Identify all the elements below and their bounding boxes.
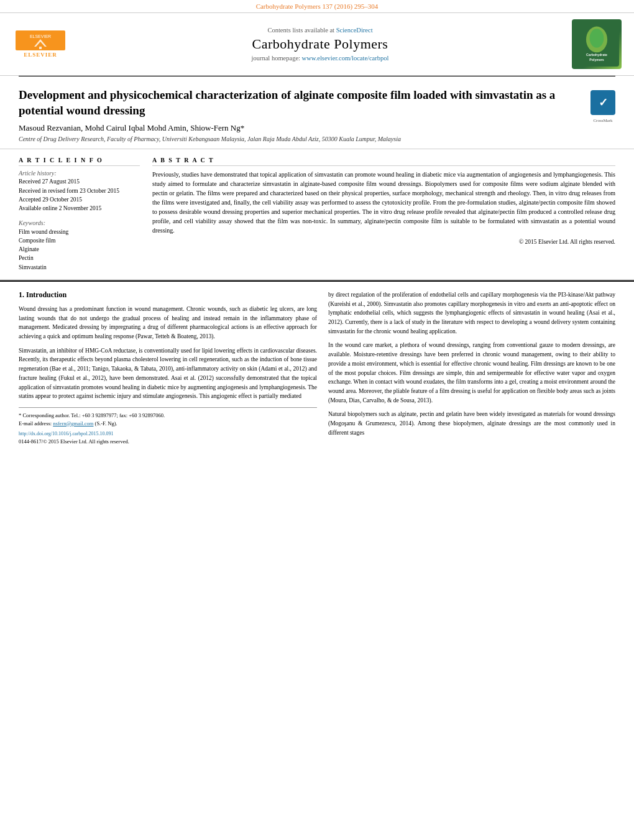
svg-text:Carbohydrate: Carbohydrate xyxy=(586,53,607,57)
abstract-title: A B S T R A C T xyxy=(152,157,615,166)
abstract-text: Previously, studies have demonstrated th… xyxy=(152,170,615,235)
svg-text:Polymers: Polymers xyxy=(589,58,604,62)
keyword-4: Pectin xyxy=(19,254,140,262)
section-number: 1. xyxy=(19,290,24,299)
contents-line: Contents lists available at ScienceDirec… xyxy=(75,27,566,34)
journal-header: ELSEVIER ELSEVIER Contents lists availab… xyxy=(0,13,634,76)
svg-rect-4 xyxy=(39,47,42,49)
keywords-section: Keywords: Film wound dressing Composite … xyxy=(19,219,140,272)
left-column: 1. Introduction Wound dressing has a pre… xyxy=(19,290,317,445)
elsevier-text: ELSEVIER xyxy=(24,52,57,58)
article-authors: Masoud Rezvanian, Mohd Cairul Iqbal Mohd… xyxy=(19,123,615,133)
homepage-link[interactable]: www.elsevier.com/locate/carbpol xyxy=(302,55,389,62)
doi-line[interactable]: http://dx.doi.org/10.1016/j.carbpol.2015… xyxy=(19,430,317,438)
article-header: Development and physicochemical characte… xyxy=(0,76,634,149)
right-paragraph-2: In the wound care market, a plethora of … xyxy=(328,341,615,405)
crossmark-icon[interactable]: ✓ CrossMark xyxy=(590,90,615,115)
keyword-1: Film wound dressing xyxy=(19,228,140,236)
abstract-section: A B S T R A C T Previously, studies have… xyxy=(152,157,615,271)
intro-paragraph-1: Wound dressing has a predominant functio… xyxy=(19,305,317,341)
journal-homepage: journal homepage: www.elsevier.com/locat… xyxy=(75,55,566,62)
article-title: Development and physicochemical characte… xyxy=(19,88,584,118)
email-note: (S.-F. Ng). xyxy=(95,420,117,427)
article-affiliation: Centre of Drug Delivery Research, Facult… xyxy=(19,136,615,142)
elsevier-logo: ELSEVIER ELSEVIER xyxy=(12,25,68,63)
email-label: E-mail address: xyxy=(19,420,52,427)
copyright-footer: 0144-8617/© 2015 Elsevier Ltd. All right… xyxy=(19,438,317,446)
top-bar: Carbohydrate Polymers 137 (2016) 295–304 xyxy=(0,0,634,13)
header-center: Contents lists available at ScienceDirec… xyxy=(75,27,566,62)
available-date: Available online 2 November 2015 xyxy=(19,205,140,213)
right-column: by direct regulation of the proliferatio… xyxy=(328,290,615,445)
journal-ref: Carbohydrate Polymers 137 (2016) 295–304 xyxy=(256,2,379,10)
section-title-text: Introduction xyxy=(26,290,67,299)
sciencedirect-link[interactable]: ScienceDirect xyxy=(336,27,373,34)
article-info-title: A R T I C L E I N F O xyxy=(19,157,140,166)
keywords-label: Keywords: xyxy=(19,219,140,226)
keyword-2: Composite film xyxy=(19,236,140,245)
article-info-section: A R T I C L E I N F O Article history: R… xyxy=(19,157,140,271)
svg-point-7 xyxy=(590,29,604,47)
corresponding-author: * Corresponding author. Tel.: +60 3 9289… xyxy=(19,412,317,420)
received-date: Received 27 August 2015 xyxy=(19,178,140,186)
svg-text:ELSEVIER: ELSEVIER xyxy=(30,34,51,39)
abstract-copyright: © 2015 Elsevier Ltd. All rights reserved… xyxy=(152,239,615,245)
history-label: Article history: xyxy=(19,170,140,177)
email-link[interactable]: nsfern@gmail.com xyxy=(53,420,93,427)
keyword-5: Simvastatin xyxy=(19,263,140,272)
article-body: A R T I C L E I N F O Article history: R… xyxy=(0,149,634,280)
journal-title: Carbohydrate Polymers xyxy=(75,36,566,52)
svg-text:✓: ✓ xyxy=(599,96,608,109)
footnote-section: * Corresponding author. Tel.: +60 3 9289… xyxy=(19,407,317,445)
intro-paragraph-2: Simvastatin, an inhibitor of HMG-CoA red… xyxy=(19,346,317,401)
intro-heading: 1. Introduction xyxy=(19,290,317,300)
accepted-date: Accepted 29 October 2015 xyxy=(19,196,140,204)
email-line: E-mail address: nsfern@gmail.com (S.-F. … xyxy=(19,420,317,428)
journal-logo: Carbohydrate Polymers xyxy=(572,19,622,69)
main-content: 1. Introduction Wound dressing has a pre… xyxy=(0,282,634,454)
keyword-3: Alginate xyxy=(19,245,140,254)
received-revised-date: Received in revised form 23 October 2015 xyxy=(19,187,140,195)
right-paragraph-3: Natural biopolymers such as alginate, pe… xyxy=(328,410,615,437)
right-paragraph-1: by direct regulation of the proliferatio… xyxy=(328,290,615,336)
